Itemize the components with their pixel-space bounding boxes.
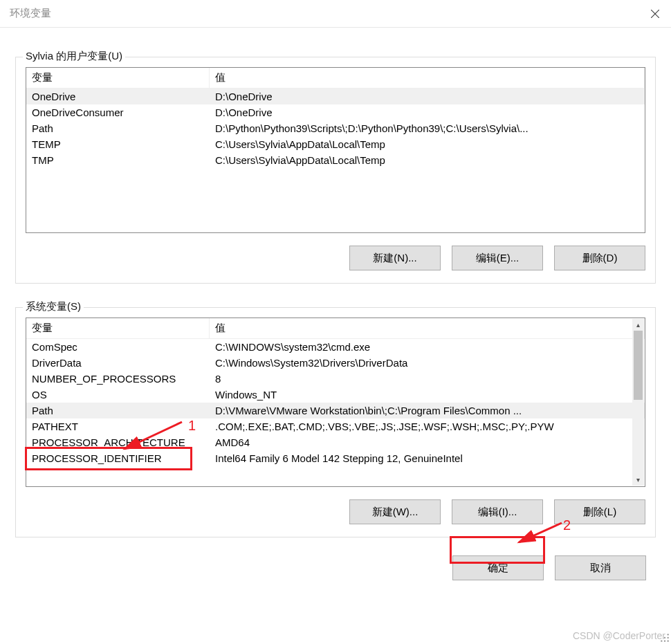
user-edit-button[interactable]: 编辑(E)...	[452, 246, 543, 270]
col-variable[interactable]: 变量	[26, 318, 210, 338]
user-buttons: 新建(N)... 编辑(E)... 删除(D)	[26, 246, 645, 270]
user-variables-list[interactable]: 变量 值 OneDriveD:\OneDriveOneDriveConsumer…	[26, 67, 645, 233]
cell-value: C:\Users\Sylvia\AppData\Local\Temp	[210, 136, 645, 152]
window-title: 环境变量	[10, 7, 51, 20]
cell-variable: PROCESSOR_IDENTIFIER	[26, 450, 210, 466]
svg-point-6	[668, 637, 669, 638]
table-row[interactable]: NUMBER_OF_PROCESSORS8	[26, 371, 645, 387]
cell-variable: PATHEXT	[26, 418, 210, 434]
system-variables-list[interactable]: 变量 值 ComSpecC:\WINDOWS\system32\cmd.exeD…	[26, 318, 645, 487]
table-row[interactable]: OneDriveConsumerD:\OneDrive	[26, 104, 645, 120]
svg-point-9	[668, 641, 669, 642]
cell-value: .COM;.EXE;.BAT;.CMD;.VBS;.VBE;.JS;.JSE;.…	[210, 418, 645, 434]
col-variable[interactable]: 变量	[26, 68, 210, 88]
cell-value: D:\VMware\VMware Workstation\bin\;C:\Pro…	[210, 403, 645, 418]
scrollbar[interactable]: ▴ ▾	[632, 319, 644, 486]
table-row[interactable]: PROCESSOR_IDENTIFIERIntel64 Family 6 Mod…	[26, 450, 645, 466]
cell-variable: ComSpec	[26, 339, 210, 355]
cell-variable: PROCESSOR_ARCHITECTURE	[26, 434, 210, 450]
resize-grip-icon[interactable]	[660, 633, 670, 643]
cell-value: D:\OneDrive	[210, 89, 645, 104]
cell-variable: NUMBER_OF_PROCESSORS	[26, 371, 210, 387]
system-buttons: 新建(W)... 编辑(I)... 删除(L)	[26, 499, 645, 524]
scroll-thumb[interactable]	[634, 331, 643, 400]
cell-value: Intel64 Family 6 Model 142 Stepping 12, …	[210, 450, 645, 466]
cell-value: 8	[210, 371, 645, 387]
watermark: CSDN @CoderPorter	[573, 630, 665, 641]
svg-point-5	[664, 637, 665, 638]
cancel-button[interactable]: 取消	[555, 555, 646, 580]
list-header: 变量 值	[26, 68, 645, 89]
table-row[interactable]: PathD:\Python\Python39\Scripts\;D:\Pytho…	[26, 120, 645, 136]
close-icon[interactable]	[639, 0, 671, 28]
system-variables-group: 系统变量(S) 变量 值 ComSpecC:\WINDOWS\system32\…	[15, 307, 656, 537]
svg-point-8	[664, 641, 665, 642]
table-row[interactable]: PROCESSOR_ARCHITECTUREAMD64	[26, 434, 645, 450]
cell-variable: TMP	[26, 152, 210, 168]
table-row[interactable]: ComSpecC:\WINDOWS\system32\cmd.exe	[26, 339, 645, 355]
cell-value: AMD64	[210, 434, 645, 450]
col-value[interactable]: 值	[210, 318, 645, 338]
system-edit-button[interactable]: 编辑(I)...	[452, 499, 543, 524]
user-legend: Sylvia 的用户变量(U)	[23, 50, 125, 63]
scroll-up-icon[interactable]: ▴	[632, 319, 644, 331]
svg-point-4	[668, 634, 669, 635]
table-row[interactable]: OSWindows_NT	[26, 387, 645, 403]
table-row[interactable]: DriverDataC:\Windows\System32\Drivers\Dr…	[26, 355, 645, 371]
cell-value: C:\Windows\System32\Drivers\DriverData	[210, 355, 645, 371]
system-new-button[interactable]: 新建(W)...	[349, 499, 441, 524]
system-delete-button[interactable]: 删除(L)	[554, 499, 645, 524]
list-header: 变量 值	[26, 318, 645, 339]
cell-variable: DriverData	[26, 355, 210, 371]
table-row[interactable]: TEMPC:\Users\Sylvia\AppData\Local\Temp	[26, 136, 645, 152]
table-row[interactable]: OneDriveD:\OneDrive	[26, 89, 645, 104]
cell-value: Windows_NT	[210, 387, 645, 403]
cell-variable: OneDriveConsumer	[26, 104, 210, 120]
user-delete-button[interactable]: 删除(D)	[554, 246, 645, 270]
table-row[interactable]: TMPC:\Users\Sylvia\AppData\Local\Temp	[26, 152, 645, 168]
cell-variable: Path	[26, 403, 210, 418]
table-row[interactable]: PATHEXT.COM;.EXE;.BAT;.CMD;.VBS;.VBE;.JS…	[26, 418, 645, 434]
cell-value: D:\Python\Python39\Scripts\;D:\Python\Py…	[210, 120, 645, 136]
cell-variable: OS	[26, 387, 210, 403]
system-legend: 系统变量(S)	[23, 300, 84, 313]
cell-variable: OneDrive	[26, 89, 210, 104]
cell-value: C:\WINDOWS\system32\cmd.exe	[210, 339, 645, 355]
dialog-buttons: 确定 取消	[0, 537, 671, 580]
scroll-down-icon[interactable]: ▾	[632, 474, 644, 486]
ok-button[interactable]: 确定	[452, 555, 544, 580]
svg-point-7	[661, 641, 662, 642]
cell-variable: TEMP	[26, 136, 210, 152]
titlebar: 环境变量	[0, 0, 671, 28]
cell-value: D:\OneDrive	[210, 104, 645, 120]
table-row[interactable]: PathD:\VMware\VMware Workstation\bin\;C:…	[26, 403, 645, 418]
col-value[interactable]: 值	[210, 68, 645, 88]
cell-value: C:\Users\Sylvia\AppData\Local\Temp	[210, 152, 645, 168]
user-variables-group: Sylvia 的用户变量(U) 变量 值 OneDriveD:\OneDrive…	[15, 57, 656, 284]
cell-variable: Path	[26, 120, 210, 136]
user-new-button[interactable]: 新建(N)...	[349, 246, 441, 270]
